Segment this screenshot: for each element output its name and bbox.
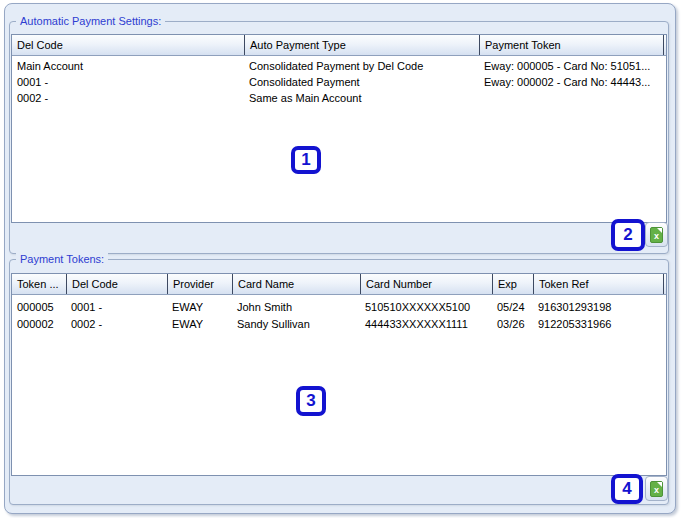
file-fold-corner [657,482,662,487]
callout-1: 1 [291,146,321,174]
column-header-token[interactable]: Token ... [12,274,66,294]
table-row[interactable]: Main Account Consolidated Payment by Del… [12,58,666,74]
table-row[interactable]: 0001 - Consolidated Payment Eway: 000002… [12,74,666,90]
cell-auto-payment-type: Same as Main Account [244,90,479,106]
cell-exp: 05/24 [492,298,533,315]
export-excel-button-settings[interactable]: x [645,222,668,247]
cell-token: 000002 [12,315,66,332]
cell-token-ref: 916301293198 [533,298,666,315]
cell-payment-token: Eway: 000005 - Card No: 51051... [479,58,666,74]
cell-card-number: 444433XXXXXX1111 [360,315,492,332]
cell-del-code: 0002 - [12,90,244,106]
table-row[interactable]: 000002 0002 - EWAY Sandy Sullivan 444433… [12,315,666,332]
cell-token: 000005 [12,298,66,315]
export-excel-button-tokens[interactable]: x [645,476,668,501]
cell-auto-payment-type: Consolidated Payment [244,74,479,90]
column-header-exp[interactable]: Exp [492,274,533,294]
excel-export-icon: x [650,227,663,243]
cell-del-code: Main Account [12,58,244,74]
cell-del-code: 0001 - [12,74,244,90]
cell-card-name: Sandy Sullivan [232,315,360,332]
automatic-payment-settings-table[interactable]: Del Code Auto Payment Type Payment Token… [11,34,667,223]
table-body: Main Account Consolidated Payment by Del… [12,56,666,106]
callout-2: 2 [611,219,645,251]
table-header-row: Token ... Del Code Provider Card Name Ca… [12,274,666,295]
excel-x-glyph: x [654,486,659,495]
excel-export-icon: x [650,481,663,497]
cell-token-ref: 912205331966 [533,315,666,332]
cell-payment-token: Eway: 000002 - Card No: 44443... [479,74,666,90]
callout-3: 3 [296,386,326,416]
column-header-card-name[interactable]: Card Name [232,274,360,294]
cell-provider: EWAY [167,315,232,332]
column-header-provider[interactable]: Provider [167,274,232,294]
column-header-del-code[interactable]: Del Code [66,274,167,294]
cell-del-code: 0002 - [66,315,167,332]
cell-provider: EWAY [167,298,232,315]
table-header-row: Del Code Auto Payment Type Payment Token [12,35,666,56]
column-header-auto-payment-type[interactable]: Auto Payment Type [244,35,479,55]
table-body: 000005 0001 - EWAY John Smith 510510XXXX… [12,295,666,332]
payment-tokens-table[interactable]: Token ... Del Code Provider Card Name Ca… [11,273,667,476]
column-header-del-code[interactable]: Del Code [12,35,244,55]
column-header-token-ref[interactable]: Token Ref [533,274,664,294]
callout-4: 4 [611,474,643,504]
cell-exp: 03/26 [492,315,533,332]
table-row[interactable]: 0002 - Same as Main Account [12,90,666,106]
column-header-card-number[interactable]: Card Number [360,274,492,294]
table-row[interactable]: 000005 0001 - EWAY John Smith 510510XXXX… [12,298,666,315]
cell-del-code: 0001 - [66,298,167,315]
cell-auto-payment-type: Consolidated Payment by Del Code [244,58,479,74]
excel-x-glyph: x [654,232,659,241]
cell-card-name: John Smith [232,298,360,315]
cell-payment-token [479,90,666,106]
file-fold-corner [657,228,662,233]
column-header-payment-token[interactable]: Payment Token [479,35,664,55]
payment-tokens-title: Payment Tokens: [16,252,108,266]
cell-card-number: 510510XXXXXX5100 [360,298,492,315]
automatic-payment-settings-title: Automatic Payment Settings: [16,14,165,28]
payment-settings-panel: Automatic Payment Settings: Del Code Aut… [4,3,676,514]
